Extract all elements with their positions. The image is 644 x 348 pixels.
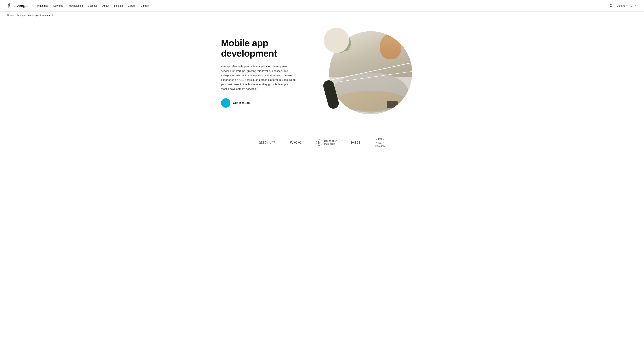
search-icon (609, 4, 613, 8)
nav-item-contact[interactable]: Contact (138, 0, 152, 12)
hero-content: Mobile app development Avenga offers ful… (221, 38, 308, 108)
boehringer-text: Boehringer Ingelheim (324, 139, 336, 146)
hero-title: Mobile app development (221, 38, 308, 59)
logo-text: avenga (14, 4, 28, 8)
brand-a360inc: ā360inc™ (259, 140, 275, 145)
nav-item-success[interactable]: Success (85, 0, 100, 12)
mazda-logo-icon (376, 138, 384, 144)
avenga-logo-icon (7, 3, 13, 9)
breadcrumb-parent-link[interactable]: Service offerings (7, 14, 25, 17)
cta-arrow-icon: → (221, 98, 230, 108)
hero-description: Avenga offers full-cycle mobile applicat… (221, 64, 297, 91)
brand-a360inc-text: ā360inc™ (259, 140, 275, 145)
brand-mazda: MAZDA (375, 138, 385, 147)
mazda-text: MAZDA (375, 144, 385, 147)
breadcrumb-current: Mobile app development (28, 14, 53, 17)
search-button[interactable] (609, 3, 614, 8)
main-nav: avenga Industries Services Technologies … (0, 0, 644, 12)
nav-item-about[interactable]: About (100, 0, 112, 12)
logo-link[interactable]: avenga (7, 3, 28, 9)
nav-right: Ukraine ▼ EN ▼ (609, 3, 637, 8)
svg-rect-6 (320, 142, 320, 144)
small-circle-decoration (324, 28, 349, 53)
hero-image-area (318, 26, 423, 120)
brand-hdi: HDI (351, 140, 360, 145)
breadcrumb-separator: / (26, 14, 26, 17)
hero-section: Mobile app development Avenga offers ful… (214, 19, 430, 131)
brand-boehringer: Boehringer Ingelheim (316, 139, 336, 146)
inner-oval (333, 73, 408, 113)
watch-detail (387, 101, 398, 108)
brand-abb: ABB (289, 140, 302, 145)
cta-label: Get in touch (233, 101, 250, 105)
svg-line-2 (612, 6, 612, 7)
chevron-down-icon: ▼ (635, 5, 637, 7)
brand-abb-text: ABB (289, 140, 302, 145)
nav-item-technologies[interactable]: Technologies (66, 0, 85, 12)
svg-point-1 (610, 5, 612, 7)
brand-hdi-text: HDI (351, 140, 360, 145)
chevron-down-icon: ▼ (626, 5, 628, 7)
breadcrumb: Service offerings / Mobile app developme… (0, 12, 644, 19)
boehringer-icon (316, 139, 322, 146)
person-head (380, 34, 401, 59)
nav-item-career[interactable]: Career (125, 0, 138, 12)
hero-image-composition (324, 26, 418, 120)
brands-section: ā360inc™ ABB Boehringer Ingelheim HDI MA… (0, 131, 644, 154)
nav-item-industries[interactable]: Industries (35, 0, 51, 12)
locale-selector[interactable]: Ukraine ▼ (616, 4, 628, 7)
nav-item-insights[interactable]: Insights (112, 0, 125, 12)
svg-rect-4 (318, 141, 318, 144)
cta-button[interactable]: → Get in touch (221, 98, 250, 108)
language-selector[interactable]: EN ▼ (631, 4, 637, 7)
nav-links: Industries Services Technologies Success… (35, 0, 609, 12)
nav-item-services[interactable]: Services (51, 0, 66, 12)
svg-rect-5 (319, 142, 320, 144)
